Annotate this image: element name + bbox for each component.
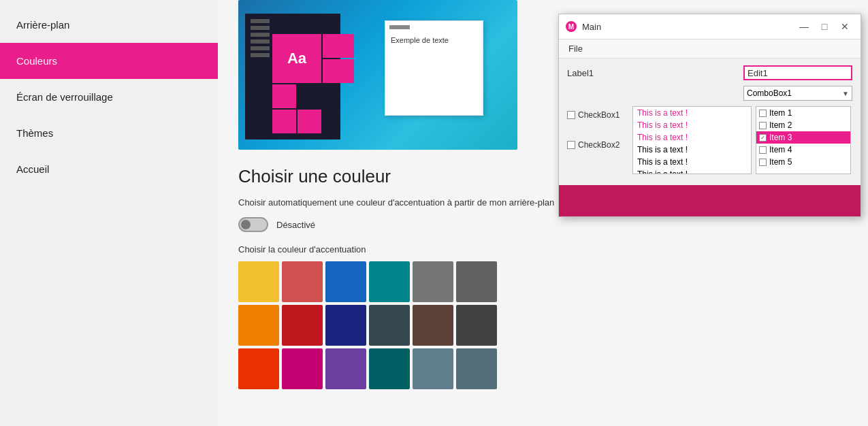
dialog-controls: — □ ✕ xyxy=(795,20,854,33)
preview-bar-5 xyxy=(251,46,270,50)
color-swatch-4[interactable] xyxy=(413,261,453,302)
toggle-label: Désactivé xyxy=(276,220,315,230)
dialog-itembox[interactable]: Item 1Item 2✓Item 3Item 4Item 5 xyxy=(756,106,851,174)
color-swatch-3[interactable] xyxy=(369,261,410,302)
preview-right-tile-1 xyxy=(323,34,354,58)
preview-bar-3 xyxy=(251,33,270,37)
dialog-title-left: M Main xyxy=(566,21,601,32)
toggle-switch[interactable] xyxy=(238,217,268,232)
preview-popup: Exemple de texte xyxy=(385,20,483,116)
dialog-checkboxes: CheckBox1 CheckBox2 xyxy=(567,106,628,174)
list-item-2[interactable]: This is a text ! xyxy=(633,131,751,144)
item-row-2[interactable]: ✓Item 3 xyxy=(756,131,850,144)
chevron-down-icon: ▼ xyxy=(842,90,849,97)
dialog-window: M Main — □ ✕ File Label1 Comb xyxy=(558,14,861,217)
list-item-4[interactable]: This is a text ! xyxy=(633,156,751,168)
item-checkbox-2[interactable]: ✓ xyxy=(759,134,767,142)
color-swatch-7[interactable] xyxy=(282,305,323,346)
dialog-label-edit-row: Label1 xyxy=(567,65,852,80)
item-checkbox-0[interactable] xyxy=(759,110,767,117)
dialog-icon: M xyxy=(566,21,577,32)
dialog-label1: Label1 xyxy=(567,68,594,78)
preview-right-tiles xyxy=(323,34,354,83)
item-label-1: Item 2 xyxy=(769,120,792,130)
sidebar-item-themes[interactable]: Thèmes xyxy=(0,115,218,151)
list-item-1[interactable]: This is a text ! xyxy=(633,119,751,131)
color-swatch-14[interactable] xyxy=(325,348,366,389)
color-grid xyxy=(238,261,848,389)
preview-bar-6 xyxy=(251,53,270,57)
item-row-1[interactable]: Item 2 xyxy=(756,119,850,131)
preview-small-tile-2 xyxy=(298,84,321,108)
color-swatch-12[interactable] xyxy=(238,348,279,389)
item-row-0[interactable]: Item 1 xyxy=(756,107,850,119)
sidebar-item-ecran-verrouillage[interactable]: Écran de verrouillage xyxy=(0,79,218,115)
list-item-3[interactable]: This is a text ! xyxy=(633,144,751,156)
preview-area: Aa Exemple de texte xyxy=(238,0,517,150)
sidebar-item-couleurs[interactable]: Couleurs xyxy=(0,43,218,79)
preview-bar-4 xyxy=(251,39,270,44)
toggle-thumb xyxy=(241,220,251,229)
close-button[interactable]: ✕ xyxy=(836,20,854,33)
preview-small-tile-1 xyxy=(272,84,296,108)
color-swatch-15[interactable] xyxy=(369,348,410,389)
dialog-combobox[interactable]: ComboBox1 ▼ xyxy=(743,86,852,101)
preview-aa-tile: Aa xyxy=(272,34,321,83)
minimize-button[interactable]: — xyxy=(795,20,813,33)
color-swatch-9[interactable] xyxy=(369,305,410,346)
color-swatch-5[interactable] xyxy=(456,261,497,302)
preview-pink-section: Aa xyxy=(272,34,354,122)
menu-file[interactable]: File xyxy=(566,42,585,55)
preview-bar-1 xyxy=(251,19,270,23)
checkbox2[interactable] xyxy=(567,141,575,149)
checkbox1-row[interactable]: CheckBox1 xyxy=(567,110,628,120)
checkbox1[interactable] xyxy=(567,111,575,119)
sidebar-item-accueil[interactable]: Accueil xyxy=(0,151,218,187)
item-row-3[interactable]: Item 4 xyxy=(756,144,850,156)
dialog-combo-row: ComboBox1 ▼ xyxy=(567,86,852,101)
item-checkbox-4[interactable] xyxy=(759,159,767,166)
list-item-5[interactable]: This is a text ! xyxy=(633,168,751,174)
preview-popup-text: Exemple de texte xyxy=(385,33,483,47)
preview-dark-bars xyxy=(251,19,270,57)
sidebar-item-arriere-plan[interactable]: Arrière-plan xyxy=(0,7,218,43)
dialog-edit-field[interactable] xyxy=(743,65,852,80)
color-swatch-2[interactable] xyxy=(325,261,366,302)
color-swatch-16[interactable] xyxy=(413,348,453,389)
dialog-bottom-bar xyxy=(559,185,861,216)
dialog-main-area: CheckBox1 CheckBox2 This is a text !This… xyxy=(567,106,852,174)
color-swatch-13[interactable] xyxy=(282,348,323,389)
sidebar: Arrière-plan Couleurs Écran de verrouill… xyxy=(0,0,218,426)
color-swatch-10[interactable] xyxy=(413,305,453,346)
item-row-4[interactable]: Item 5 xyxy=(756,156,850,168)
dialog-titlebar: M Main — □ ✕ xyxy=(559,14,861,39)
list-item-0[interactable]: This is a text ! xyxy=(633,107,751,119)
checkbox1-label: CheckBox1 xyxy=(578,110,620,120)
dialog-menu: File xyxy=(559,39,861,59)
color-swatch-11[interactable] xyxy=(456,305,497,346)
color-swatch-1[interactable] xyxy=(282,261,323,302)
color-swatch-0[interactable] xyxy=(238,261,279,302)
preview-small-tile-3 xyxy=(272,110,296,133)
item-checkbox-3[interactable] xyxy=(759,146,767,154)
accent-color-label: Choisir la couleur d'accentuation xyxy=(238,244,848,255)
color-swatch-17[interactable] xyxy=(456,348,497,389)
preview-small-tile-4 xyxy=(298,110,321,133)
combo-value: ComboBox1 xyxy=(747,88,792,98)
item-label-2: Item 3 xyxy=(769,133,792,142)
dialog-listbox[interactable]: This is a text !This is a text !This is … xyxy=(632,106,752,174)
item-label-4: Item 5 xyxy=(769,157,792,167)
maximize-button[interactable]: □ xyxy=(816,20,833,33)
dialog-body: Label1 ComboBox1 ▼ CheckBox1 xyxy=(559,59,861,181)
item-label-0: Item 1 xyxy=(769,108,792,118)
checkbox2-row[interactable]: CheckBox2 xyxy=(567,140,628,150)
main-content: Aa Exemple de texte Choisir une couleur … xyxy=(218,0,868,426)
preview-popup-titlebar xyxy=(389,25,410,29)
color-swatch-6[interactable] xyxy=(238,305,279,346)
preview-bar-2 xyxy=(251,26,270,30)
preview-small-tiles xyxy=(272,84,321,133)
item-label-3: Item 4 xyxy=(769,145,792,154)
item-checkbox-1[interactable] xyxy=(759,122,767,129)
color-swatch-8[interactable] xyxy=(325,305,366,346)
dialog-title-text: Main xyxy=(582,22,601,32)
